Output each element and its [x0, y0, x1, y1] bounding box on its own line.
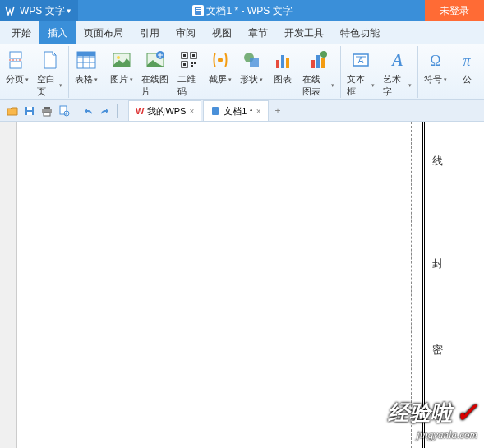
menu-start[interactable]: 开始 — [3, 21, 39, 44]
menu-view[interactable]: 视图 — [204, 21, 240, 44]
ribbon: 分页▾ 空白页▾ 表格▾ 图片▾ — [0, 44, 484, 100]
svg-rect-31 — [286, 58, 289, 68]
undo-icon[interactable] — [81, 104, 95, 118]
svg-rect-47 — [44, 113, 50, 116]
blankpage-icon — [39, 48, 62, 72]
svg-rect-5 — [10, 62, 21, 68]
menubar: 开始 插入 页面布局 引用 审阅 视图 章节 开发工具 特色功能 — [0, 21, 484, 44]
app-menu[interactable]: WPS 文字 ▼ — [0, 0, 78, 21]
blankpage-button[interactable]: 空白页▾ — [33, 46, 67, 99]
symbol-icon: Ω — [424, 48, 447, 72]
svg-text:A: A — [390, 51, 403, 69]
svg-rect-2 — [195, 10, 200, 11]
svg-rect-30 — [281, 55, 284, 68]
svg-rect-12 — [77, 52, 95, 56]
shape-button[interactable]: 形状▾ — [236, 46, 267, 99]
pagebreak-icon — [6, 48, 29, 72]
wps-logo-icon — [5, 5, 16, 16]
login-button[interactable]: 未登录 — [425, 0, 484, 21]
symbol-button[interactable]: Ω 符号▾ — [420, 46, 451, 87]
formula-icon: π — [455, 48, 478, 72]
svg-rect-29 — [276, 60, 279, 68]
pagebreak-button[interactable]: 分页▾ — [2, 46, 33, 99]
app-name: WPS 文字 — [20, 4, 65, 18]
screenshot-button[interactable]: 截屏▾ — [205, 46, 236, 99]
close-icon[interactable]: × — [256, 107, 261, 116]
window-title: 文档1 * - WPS 文字 — [191, 4, 292, 18]
onlinepic-button[interactable]: 在线图片 — [137, 46, 173, 99]
document-area: 线 封 密 经验啦 ✓ jingyanla.com — [0, 122, 484, 448]
separator — [76, 104, 76, 118]
svg-rect-3 — [195, 12, 198, 12]
wps-tab-icon: W — [136, 106, 144, 116]
close-icon[interactable]: × — [189, 107, 194, 116]
svg-rect-18 — [183, 54, 186, 57]
menu-devtools[interactable]: 开发工具 — [276, 21, 332, 44]
table-button[interactable]: 表格▾ — [71, 46, 102, 87]
document-tabs: W 我的WPS × 文档1 * × + — [128, 100, 286, 121]
checkmark-icon: ✓ — [455, 397, 477, 428]
printpreview-icon[interactable] — [57, 104, 71, 118]
picture-icon — [110, 48, 133, 72]
svg-rect-44 — [27, 112, 32, 115]
menu-insert[interactable]: 插入 — [39, 21, 76, 44]
svg-rect-43 — [27, 107, 32, 110]
table-icon — [75, 48, 98, 72]
menu-reference[interactable]: 引用 — [131, 21, 168, 44]
textbox-button[interactable]: A 文本框▾ — [343, 46, 380, 99]
svg-text:Ω: Ω — [430, 53, 440, 69]
doc-tab-icon — [210, 106, 220, 116]
menu-features[interactable]: 特色功能 — [332, 21, 388, 44]
svg-rect-23 — [191, 62, 193, 64]
menu-pagelayout[interactable]: 页面布局 — [76, 21, 131, 44]
qrcode-icon — [177, 48, 201, 72]
open-icon[interactable] — [5, 104, 20, 118]
onlinepic-icon — [144, 48, 167, 72]
tab-doc1[interactable]: 文档1 * × — [203, 100, 268, 121]
svg-text:π: π — [463, 53, 471, 69]
screenshot-icon — [209, 48, 232, 72]
menu-chapter[interactable]: 章节 — [240, 21, 276, 44]
svg-rect-20 — [192, 54, 195, 57]
watermark: 经验啦 ✓ jingyanla.com — [388, 397, 477, 441]
svg-rect-45 — [44, 107, 50, 109]
wordart-icon: A — [386, 48, 409, 72]
menu-review[interactable]: 审阅 — [168, 21, 204, 44]
chart-button[interactable]: 图表 — [267, 46, 298, 99]
shape-icon — [240, 48, 263, 72]
print-icon[interactable] — [39, 104, 54, 118]
svg-text:A: A — [358, 56, 364, 65]
vertical-ruler — [0, 122, 16, 448]
svg-rect-25 — [191, 65, 193, 67]
document-icon — [191, 5, 203, 16]
svg-rect-48 — [60, 106, 67, 114]
chevron-down-icon: ▼ — [65, 7, 73, 15]
svg-point-35 — [320, 51, 327, 58]
quick-access-bar: W 我的WPS × 文档1 * × + — [0, 100, 484, 122]
separator — [117, 104, 118, 118]
save-icon[interactable] — [22, 104, 37, 118]
svg-rect-32 — [311, 60, 315, 68]
svg-point-14 — [117, 56, 120, 59]
svg-rect-50 — [212, 107, 219, 115]
svg-rect-4 — [10, 52, 21, 58]
textbox-icon: A — [349, 48, 372, 72]
svg-rect-22 — [183, 63, 186, 66]
chart-icon — [271, 48, 294, 72]
titlebar: WPS 文字 ▼ 文档1 * - WPS 文字 未登录 — [0, 0, 484, 21]
picture-button[interactable]: 图片▾ — [106, 46, 137, 99]
redo-icon[interactable] — [98, 104, 113, 118]
tab-mywps[interactable]: W 我的WPS × — [128, 100, 201, 121]
svg-rect-33 — [316, 55, 320, 68]
svg-rect-34 — [321, 58, 325, 68]
svg-rect-1 — [195, 8, 200, 9]
onlinechart-button[interactable]: 在线图表▾ — [298, 46, 338, 99]
svg-rect-28 — [250, 58, 259, 67]
formula-button[interactable]: π 公 — [451, 46, 482, 87]
wordart-button[interactable]: A 艺术字▾ — [379, 46, 416, 99]
svg-point-26 — [218, 58, 223, 62]
svg-rect-24 — [194, 62, 196, 64]
onlinechart-icon — [307, 48, 330, 72]
add-tab-button[interactable]: + — [270, 100, 286, 121]
qrcode-button[interactable]: 二维码 — [173, 46, 205, 99]
